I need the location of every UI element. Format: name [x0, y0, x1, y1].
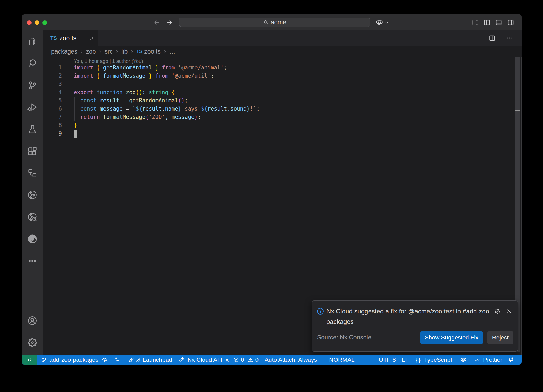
status-vim-mode[interactable]: -- NORMAL --: [323, 355, 360, 365]
sidebar-item-hierarchy[interactable]: [27, 168, 38, 178]
notification-close-button[interactable]: [506, 308, 512, 314]
code-line-4[interactable]: 4export function zoo(): string {: [43, 88, 522, 97]
code-line-2[interactable]: 2import { formatMessage } from '@acme/ut…: [43, 72, 522, 80]
split-editor-icon: [489, 34, 496, 42]
sidebar-item-explorer[interactable]: [27, 36, 38, 47]
remote-icon: [26, 356, 33, 364]
breadcrumb-item-packages[interactable]: packages: [51, 48, 77, 55]
status-notifications[interactable]: [507, 355, 514, 365]
sidebar-item-edge-browser[interactable]: [27, 234, 38, 244]
debug-icon: [27, 102, 38, 112]
code-line-9[interactable]: 9: [43, 130, 522, 138]
window-zoom-button[interactable]: [42, 20, 47, 25]
overview-ruler-cursor-mark: [515, 110, 520, 111]
status-copilot[interactable]: [460, 355, 467, 365]
code-text: import { getRandomAnimal } from '@acme/a…: [74, 64, 227, 72]
toggle-panel-button[interactable]: [495, 19, 502, 26]
chevron-right-icon: [115, 50, 119, 54]
sidebar-item-search[interactable]: [27, 58, 38, 69]
sidebar-item-nx-graph[interactable]: [27, 190, 38, 200]
typescript-file-icon: TS: [50, 35, 57, 41]
chevron-down-icon: [384, 20, 389, 25]
status-pipeline[interactable]: [114, 355, 120, 365]
status-language[interactable]: {} TypeScript: [416, 355, 452, 365]
code-line-1[interactable]: 1import { getRandomAnimal } from '@acme/…: [43, 64, 522, 72]
status-encoding[interactable]: UTF-8: [379, 355, 396, 365]
search-icon: [263, 19, 269, 25]
sidebar-item-run-debug[interactable]: [27, 102, 38, 112]
gear-icon: [494, 308, 500, 314]
chevron-right-icon: [98, 50, 102, 54]
window-minimize-button[interactable]: [35, 20, 39, 25]
status-auto-attach[interactable]: Auto Attach: Always: [265, 355, 317, 365]
plug-icon: [135, 357, 142, 363]
code-line-6[interactable]: 6 const message = `${result.name} says $…: [43, 105, 522, 113]
sidebar-item-more-views[interactable]: [27, 256, 38, 266]
breadcrumb-item-lib[interactable]: lib: [121, 48, 128, 55]
toggle-primary-sidebar-button[interactable]: [484, 19, 491, 26]
formatter-label: Prettier: [483, 356, 502, 363]
line-number: 7: [54, 113, 62, 121]
settings-button[interactable]: [27, 337, 38, 348]
status-nx-cloud-fix[interactable]: Nx Cloud AI Fix: [179, 355, 229, 365]
bell-dot-icon: [507, 356, 514, 363]
tab-close-button[interactable]: [89, 36, 94, 41]
code-line-8[interactable]: 8}: [43, 121, 522, 130]
status-prettier[interactable]: Prettier: [474, 355, 502, 365]
cloud-upload-icon: [101, 356, 108, 363]
activity-bar: [22, 30, 43, 365]
sidebar-item-testing[interactable]: [27, 124, 38, 134]
code-line-5[interactable]: 5 const result = getRandomAnimal();: [43, 97, 522, 105]
remote-indicator[interactable]: [22, 355, 37, 365]
notification-message-line1: Nx Cloud suggested a fix for @acme/zoo:t…: [326, 308, 491, 315]
history-forward-button[interactable]: [166, 19, 173, 26]
more-actions-icon: [506, 34, 513, 42]
window-close-button[interactable]: [27, 20, 32, 25]
accounts-button[interactable]: [27, 315, 38, 326]
status-launchpad[interactable]: Launchpad: [128, 355, 172, 365]
chevron-right-icon: [80, 50, 84, 54]
command-center-search[interactable]: acme: [179, 18, 370, 27]
close-icon: [89, 36, 94, 41]
linked-squares-icon: [27, 168, 38, 178]
history-back-button[interactable]: [153, 19, 160, 26]
line-number: 6: [54, 105, 62, 113]
copilot-menu[interactable]: [375, 19, 389, 27]
breadcrumb: packageszoosrclibTSzoo.ts…: [43, 46, 522, 57]
breadcrumb-item-src[interactable]: src: [105, 48, 113, 55]
line-number: 4: [54, 88, 62, 97]
breadcrumb-item--[interactable]: …: [169, 48, 176, 55]
title-bar: acme: [22, 14, 522, 30]
braces-icon: {}: [416, 356, 421, 363]
status-problems[interactable]: 0 0: [233, 355, 259, 365]
editor-cursor: [74, 130, 77, 138]
reject-button[interactable]: Reject: [487, 331, 513, 344]
line-number: 1: [54, 64, 62, 72]
tab-zoo-ts[interactable]: TS zoo.ts: [43, 30, 98, 46]
files-icon: [27, 36, 38, 47]
more-actions-button[interactable]: [506, 34, 513, 42]
notification-toast: Nx Cloud suggested a fix for @acme/zoo:t…: [312, 300, 518, 352]
status-branch[interactable]: add-zoo-packages: [41, 355, 108, 365]
split-editor-button[interactable]: [489, 34, 496, 42]
edge-icon: [27, 234, 38, 244]
show-suggested-fix-button[interactable]: Show Suggested Fix: [420, 331, 483, 344]
code-line-3[interactable]: 3: [43, 80, 522, 89]
sidebar-item-nx-graph-search[interactable]: [27, 212, 38, 222]
customize-layout-button[interactable]: [472, 19, 479, 26]
vim-mode-label: -- NORMAL --: [323, 356, 360, 363]
typescript-file-icon: TS: [136, 49, 142, 54]
notification-settings-button[interactable]: [494, 308, 500, 314]
code-text: export function zoo(): string {: [74, 88, 175, 97]
code-text: import { formatMessage } from '@acme/uti…: [74, 72, 214, 80]
breadcrumb-item-zoo[interactable]: zoo: [86, 48, 96, 55]
status-eol[interactable]: LF: [402, 355, 409, 365]
chevron-right-icon: [163, 50, 167, 54]
breadcrumb-item-zoo-ts[interactable]: TSzoo.ts: [136, 48, 160, 55]
sidebar-item-extensions[interactable]: [27, 146, 38, 156]
account-icon: [27, 315, 38, 326]
code-line-7[interactable]: 7 return formatMessage('ZOO', message);: [43, 113, 522, 121]
sidebar-item-source-control[interactable]: [27, 80, 38, 91]
toggle-secondary-sidebar-button[interactable]: [507, 19, 514, 26]
git-branch-icon: [27, 80, 38, 91]
